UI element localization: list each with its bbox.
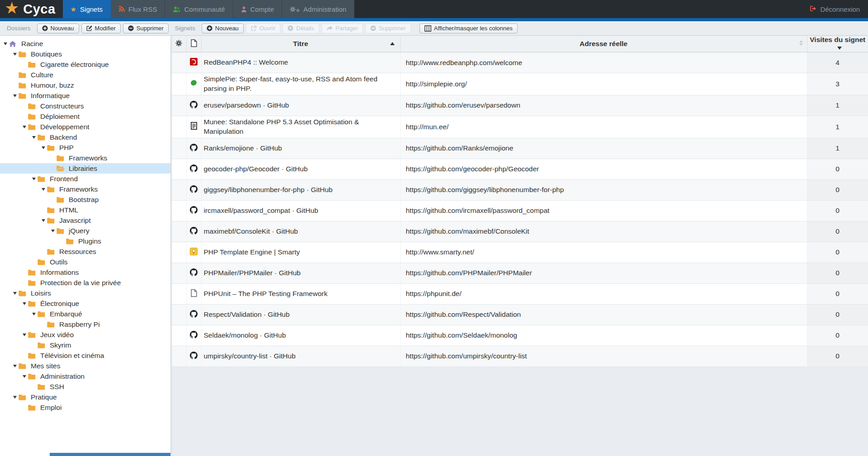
tree-item-php[interactable]: PHP (0, 142, 170, 153)
tree-item-electronique[interactable]: Électronique (0, 298, 170, 309)
caret-down-icon[interactable] (30, 313, 38, 315)
caret-down-icon[interactable] (11, 94, 19, 97)
tree-item-raspberry-pi[interactable]: Raspberry Pi (0, 319, 170, 329)
tree-item-bootstrap[interactable]: Bootstrap (0, 194, 170, 205)
tree-item-ssh[interactable]: SSH (0, 381, 170, 392)
caret-down-icon[interactable] (30, 136, 38, 139)
column-header-title[interactable]: Titre (201, 36, 400, 52)
bookmark-row[interactable]: geocoder-php/Geocoder · GitHubhttps://gi… (172, 159, 868, 179)
tab-flux-rss[interactable]: Flux RSS (111, 0, 165, 18)
bookmark-visits: 0 (807, 242, 868, 263)
bookmark-row[interactable]: PHP Template Engine | Smartyhttp://www.s… (172, 242, 868, 263)
bookmark-visits: 4 (807, 52, 868, 73)
toolbar-group-label-dossiers: Dossiers (7, 25, 31, 32)
caret-down-icon[interactable] (21, 126, 28, 128)
tree-item-outils[interactable]: Outils (0, 257, 170, 267)
bookmark-row[interactable]: erusev/parsedown · GitHubhttps://github.… (172, 95, 868, 116)
tree-item-television-et-cinema[interactable]: Télévision et cinéma (0, 350, 170, 361)
tree-item-cigarette-electronique[interactable]: Cigarette électronique (0, 59, 170, 70)
tree-item-informations[interactable]: Informations (0, 267, 170, 277)
column-header-url[interactable]: Adresse réelle (400, 36, 807, 52)
caret-down-icon[interactable] (11, 396, 19, 399)
tab-administration[interactable]: Administration (282, 0, 354, 18)
caret-down-icon[interactable] (40, 188, 47, 191)
dossiers-nouveau-button[interactable]: Nouveau (37, 24, 79, 33)
caret-down-icon[interactable] (21, 334, 28, 336)
caret-down-icon[interactable] (11, 53, 19, 56)
tree-item-protection-de-la-vie-privee[interactable]: Protection de la vie privée (0, 277, 170, 288)
tree-item-informatique[interactable]: Informatique (0, 90, 170, 101)
tree-item-backend[interactable]: Backend (0, 132, 170, 142)
tree-item-label: Déploiement (40, 113, 80, 121)
bookmark-row[interactable]: Ranks/emojione · GitHubhttps://github.co… (172, 138, 868, 159)
tab-communaute[interactable]: Communauté (165, 0, 233, 18)
caret-down-icon[interactable] (11, 292, 19, 295)
bookmark-row[interactable]: ircmaxell/password_compat · GitHubhttps:… (172, 200, 868, 221)
tree-item-embarque[interactable]: Embarqué (0, 309, 170, 319)
caret-down-icon[interactable] (11, 365, 19, 367)
tree-item-racine[interactable]: Racine (0, 38, 170, 49)
tree-item-emploi[interactable]: Emploi (0, 402, 170, 413)
caret-down-icon[interactable] (21, 375, 28, 378)
tree-item-pratique[interactable]: Pratique (0, 392, 170, 402)
tree-item-label: Outils (50, 258, 68, 266)
caret-down-icon[interactable] (30, 178, 38, 180)
column-header-gear[interactable] (172, 36, 186, 52)
tree-item-html[interactable]: HTML (0, 205, 170, 215)
tree-item-humour-buzz[interactable]: Humour, buzz (0, 80, 170, 90)
signets-nouveau-button[interactable]: Nouveau (202, 24, 244, 33)
bookmark-row[interactable]: umpirsky/country-list · GitHubhttps://gi… (172, 346, 868, 367)
tab-compte[interactable]: Compte (233, 0, 283, 18)
bookmark-row[interactable]: Munee: Standalone PHP 5.3 Asset Optimisa… (172, 116, 868, 138)
tree-item-developpement[interactable]: Développement (0, 122, 170, 132)
folder-icon (38, 311, 47, 317)
bookmark-row[interactable]: giggsey/libphonenumber-for-php · GitHubh… (172, 179, 868, 200)
dossiers-supprimer-button[interactable]: Supprimer (123, 24, 169, 33)
tree-horizontal-scrollbar[interactable] (50, 453, 170, 456)
caret-down-icon[interactable] (40, 219, 47, 222)
tree-item-deploiement[interactable]: Déploiement (0, 111, 170, 122)
tree-item-jquery[interactable]: jQuery (0, 226, 170, 236)
tree-item-ressources[interactable]: Ressources (0, 246, 170, 257)
tree-item-frontend[interactable]: Frontend (0, 174, 170, 184)
tree-item-librairies[interactable]: Librairies (0, 163, 170, 174)
tree-item-loisirs[interactable]: Loisirs (0, 288, 170, 298)
caret-down-icon[interactable] (40, 146, 47, 149)
column-header-document[interactable] (186, 36, 201, 52)
bookmark-row[interactable]: Respect/Validation · GitHubhttps://githu… (172, 304, 868, 325)
tree-item-frameworks[interactable]: Frameworks (0, 184, 170, 194)
bookmark-favicon-cell (186, 95, 201, 116)
bookmark-row[interactable]: SimplePie: Super-fast, easy-to-use, RSS … (172, 73, 868, 95)
logout-label: Déconnexion (820, 5, 860, 13)
document-icon (191, 41, 197, 48)
bookmark-row[interactable]: PHPMailer/PHPMailer · GitHubhttps://gith… (172, 263, 868, 283)
sort-unsorted-icon (799, 40, 803, 46)
tree-item-boutiques[interactable]: Boutiques (0, 49, 170, 59)
column-header-visits[interactable]: Visites du signet (807, 36, 868, 52)
tab-signets[interactable]: ★Signets (63, 0, 111, 18)
folder-icon (47, 321, 56, 328)
favicon-github-icon (190, 207, 198, 215)
toggle-columns-button[interactable]: Afficher/masquer les colonnes (420, 24, 518, 33)
caret-down-icon[interactable] (21, 302, 28, 305)
tree-item-skyrim[interactable]: Skyrim (0, 340, 170, 350)
home-icon (9, 41, 18, 47)
bookmark-row[interactable]: maximebf/ConsoleKit · GitHubhttps://gith… (172, 221, 868, 242)
caret-down-icon[interactable] (2, 42, 9, 45)
bookmark-row[interactable]: PHPUnit – The PHP Testing Frameworkhttps… (172, 283, 868, 304)
bookmark-row[interactable]: RedBeanPHP4 :: Welcomehttp://www.redbean… (172, 52, 868, 73)
tree-item-jeux-video[interactable]: Jeux vidéo (0, 329, 170, 340)
tree-item-administration[interactable]: Administration (0, 371, 170, 381)
tree-item-culture[interactable]: Culture (0, 70, 170, 80)
tree-item-frameworks[interactable]: Frameworks (0, 153, 170, 163)
bookmark-visits: 0 (807, 325, 868, 346)
caret-down-icon[interactable] (49, 230, 57, 232)
tree-item-constructeurs[interactable]: Constructeurs (0, 101, 170, 111)
logout-button[interactable]: Déconnexion (802, 0, 868, 18)
bookmark-row[interactable]: Seldaek/monolog · GitHubhttps://github.c… (172, 325, 868, 346)
tree-item-plugins[interactable]: Plugins (0, 236, 170, 246)
tree-item-mes-sites[interactable]: Mes sites (0, 361, 170, 371)
tree-item-javascript[interactable]: Javascript (0, 215, 170, 226)
favicon-munee-icon (191, 123, 197, 131)
dossiers-modifier-button[interactable]: Modifier (81, 24, 121, 33)
